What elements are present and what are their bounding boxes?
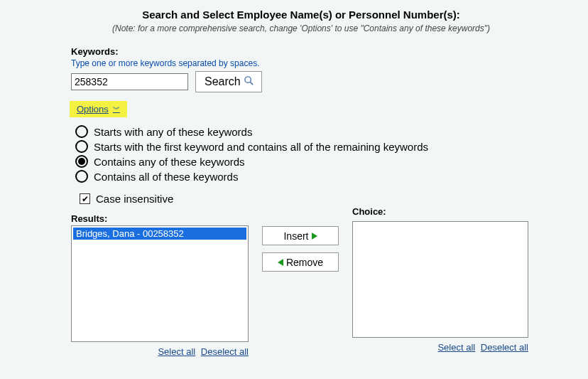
case-insensitive-checkbox[interactable]: ✔ — [80, 193, 90, 204]
arrow-right-icon — [312, 233, 317, 240]
options-toggle[interactable]: Options ︾ — [70, 101, 127, 117]
keywords-hint: Type one or more keywords separated by s… — [71, 58, 531, 68]
results-listbox[interactable]: Bridges, Dana - 00258352 — [71, 225, 249, 342]
radio-starts-first-contains-rest-label: Starts with the first keyword and contai… — [94, 141, 428, 153]
results-label: Results: — [71, 213, 249, 224]
results-deselect-all-link[interactable]: Deselect all — [201, 346, 249, 357]
chevron-down-icon: ︾ — [113, 108, 120, 111]
search-button-label: Search — [205, 75, 241, 88]
choice-listbox[interactable] — [352, 221, 528, 338]
results-select-all-link[interactable]: Select all — [158, 346, 195, 357]
keywords-input[interactable] — [71, 73, 188, 90]
insert-button-label: Insert — [283, 230, 308, 242]
svg-line-1 — [250, 82, 253, 85]
search-icon — [244, 75, 254, 89]
choice-label: Choice: — [352, 206, 528, 217]
choice-select-all-link[interactable]: Select all — [437, 342, 475, 353]
list-item[interactable]: Bridges, Dana - 00258352 — [73, 228, 246, 240]
page-note: (Note: for a more comprehensive search, … — [71, 23, 531, 33]
svg-point-0 — [245, 76, 251, 82]
search-button[interactable]: Search — [195, 71, 262, 92]
options-toggle-label: Options — [77, 104, 109, 114]
radio-contains-all-label: Contains all of these keywords — [94, 171, 238, 183]
remove-button[interactable]: Remove — [262, 252, 339, 272]
case-insensitive-label: Case insensitive — [96, 193, 173, 205]
radio-contains-any[interactable] — [75, 155, 88, 168]
page-title: Search and Select Employee Name(s) or Pe… — [71, 9, 531, 21]
arrow-left-icon — [278, 259, 283, 266]
radio-contains-any-label: Contains any of these keywords — [94, 156, 245, 168]
remove-button-label: Remove — [286, 257, 323, 268]
insert-button[interactable]: Insert — [262, 226, 339, 245]
radio-starts-first-contains-rest[interactable] — [75, 140, 88, 153]
radio-starts-any-label: Starts with any of these keywords — [94, 126, 252, 138]
radio-starts-any[interactable] — [75, 125, 88, 138]
choice-deselect-all-link[interactable]: Deselect all — [481, 342, 528, 353]
keywords-label: Keywords: — [71, 46, 531, 57]
radio-contains-all[interactable] — [75, 170, 88, 183]
